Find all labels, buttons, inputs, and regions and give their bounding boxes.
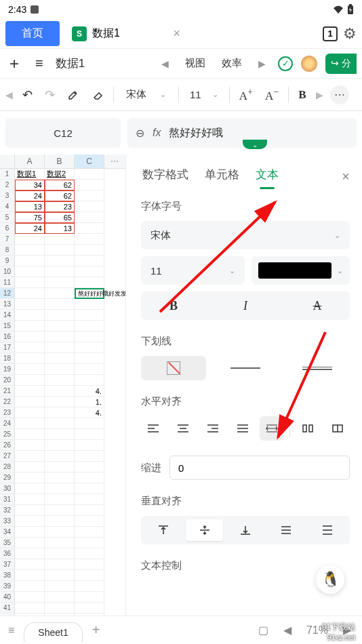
font-size-dropdown[interactable]: 11⌄ [141,256,245,285]
cell-B37[interactable] [45,559,75,570]
cell-B15[interactable] [45,321,75,331]
tab-text[interactable]: 文本 [254,164,280,189]
cell-A2[interactable]: 34 [15,180,45,190]
cell-B2[interactable]: 62 [45,180,75,190]
cell-A13[interactable] [15,299,45,310]
cell-A26[interactable] [15,440,45,451]
cell-B8[interactable] [45,245,75,256]
cell-C23[interactable]: 4. [75,407,104,418]
cell-C1[interactable] [75,169,104,180]
cell-C11[interactable] [75,277,104,288]
cell-A18[interactable] [15,353,45,364]
row-header-41[interactable]: 41 [0,603,15,613]
cell-A36[interactable] [15,548,45,559]
cell-B26[interactable] [45,440,75,451]
cell-A4[interactable]: 13 [15,201,45,212]
cell-C21[interactable]: 4. [75,386,104,397]
cell-C39[interactable] [75,581,104,592]
row-header-8[interactable]: 8 [0,245,15,256]
cell-B33[interactable] [45,516,75,527]
decrease-font-icon[interactable]: A− [262,86,281,103]
footer-icon-1[interactable]: ▢ [256,624,271,637]
align-justify[interactable] [230,416,255,441]
cell-C7[interactable] [75,234,104,245]
cell-A38[interactable] [15,570,45,581]
cell-A1[interactable]: 数据1 [15,169,45,180]
cell-B16[interactable] [45,331,75,342]
col-header-B[interactable]: B [45,155,75,168]
paint-icon[interactable] [64,89,82,101]
row-header-12[interactable]: 12 [0,288,15,299]
valign-distributed[interactable] [309,519,346,541]
add-button[interactable]: + [5,54,23,73]
cell-C20[interactable] [75,375,104,386]
row-header-40[interactable]: 40 [0,592,15,603]
cell-B35[interactable] [45,538,75,548]
cell-C29[interactable] [75,472,104,483]
cell-B6[interactable]: 13 [45,223,75,234]
cell-C31[interactable] [75,494,104,505]
cell-C40[interactable] [75,592,104,603]
cell-C37[interactable] [75,559,104,570]
settings-icon[interactable]: ⚙ [343,25,357,43]
row-header-28[interactable]: 28 [0,462,15,472]
fx-icon[interactable]: fx [153,127,161,139]
cell-B25[interactable] [45,429,75,440]
cell-C28[interactable] [75,462,104,472]
cell-A6[interactable]: 24 [15,223,45,234]
add-sheet-icon[interactable]: + [92,622,100,638]
cell-B3[interactable]: 62 [45,190,75,201]
underline-single[interactable] [213,356,278,380]
row-header-18[interactable]: 18 [0,353,15,364]
cell-A10[interactable] [15,266,45,277]
cell-A37[interactable] [15,559,45,570]
cell-B21[interactable] [45,386,75,397]
footer-prev-icon[interactable]: ◀ [281,624,294,637]
cell-A14[interactable] [15,310,45,321]
align-right[interactable] [201,416,225,441]
row-header-36[interactable]: 36 [0,548,15,559]
cell-B39[interactable] [45,581,75,592]
cell-A19[interactable] [15,364,45,375]
cell-C33[interactable] [75,516,104,527]
increase-font-icon[interactable]: A+ [237,86,256,103]
row-header-17[interactable]: 17 [0,342,15,353]
cell-A33[interactable] [15,516,45,527]
row-header-22[interactable]: 22 [0,397,15,407]
row-header-29[interactable]: 29 [0,472,15,483]
cell-B27[interactable] [45,451,75,462]
cell-B29[interactable] [45,472,75,483]
document-tab[interactable]: S 数据1 × [65,22,187,45]
row-header-32[interactable]: 32 [0,505,15,516]
cell-A39[interactable] [15,581,45,592]
row-header-35[interactable]: 35 [0,538,15,548]
cell-C34[interactable] [75,527,104,538]
cell-A27[interactable] [15,451,45,462]
cell-A34[interactable] [15,527,45,538]
cell-B22[interactable] [45,397,75,407]
row-header-23[interactable]: 23 [0,407,15,418]
row-header-10[interactable]: 10 [0,266,15,277]
tab-number-format[interactable]: 数字格式 [141,164,190,189]
user-avatar[interactable] [301,56,317,72]
undo-icon[interactable]: ↶ [20,87,35,102]
cell-B17[interactable] [45,342,75,353]
cell-C8[interactable] [75,245,104,256]
cell-B31[interactable] [45,494,75,505]
cell-A41[interactable] [15,603,45,613]
cell-A24[interactable] [15,418,45,429]
cell-A20[interactable] [15,375,45,386]
cell-A8[interactable] [15,245,45,256]
cell-B40[interactable] [45,592,75,603]
cell-B9[interactable] [45,256,75,266]
cell-C41[interactable] [75,603,104,613]
cell-A5[interactable]: 75 [15,212,45,223]
share-button[interactable]: ↪ 分 [325,54,357,74]
cell-A17[interactable] [15,342,45,353]
font-color-picker[interactable]: ⌄ [252,256,350,285]
cell-C2[interactable] [75,180,104,190]
cell-C38[interactable] [75,570,104,581]
sheet-tab[interactable]: Sheet1 [24,622,82,642]
row-header-21[interactable]: 21 [0,386,15,397]
cell-A21[interactable] [15,386,45,397]
